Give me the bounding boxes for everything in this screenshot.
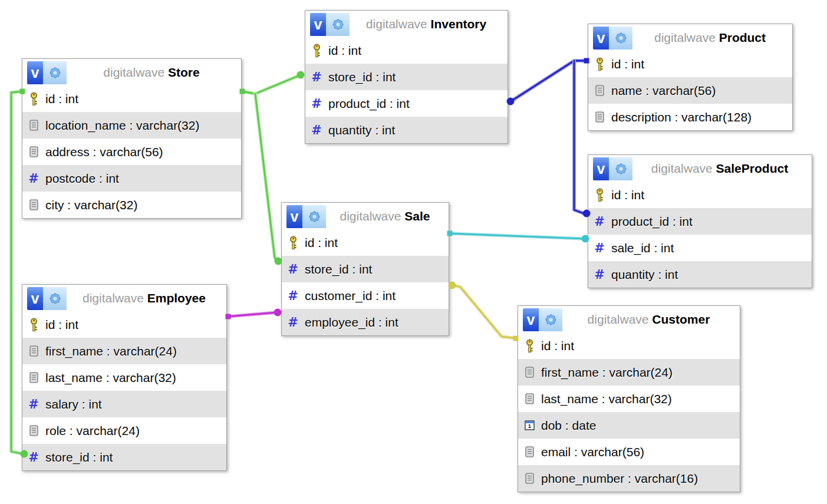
entity-table-employee[interactable]: vdigitalwave Employeeid : intfirst_name …: [22, 284, 227, 471]
table-header[interactable]: vdigitalwave Sale: [282, 203, 449, 229]
field-text: location_name : varchar(32): [45, 118, 199, 133]
table-name: Employee: [147, 291, 206, 305]
date-icon: 1: [523, 420, 535, 430]
gear-icon[interactable]: [302, 205, 326, 228]
text-icon: [594, 85, 605, 96]
entity-table-product[interactable]: vdigitalwave Productid : intname : varch…: [588, 24, 793, 131]
field-row-email[interactable]: email : varchar(56): [518, 439, 740, 465]
field-row-description[interactable]: description : varchar(128): [588, 104, 792, 130]
field-text: id : int: [45, 92, 78, 106]
field-text: last_name : varchar(32): [541, 392, 672, 406]
primary-key-icon: [523, 339, 535, 353]
field-text: id : int: [611, 188, 644, 202]
table-header[interactable]: vdigitalwave Store: [22, 59, 241, 85]
field-row-last_name[interactable]: last_name : varchar(32): [518, 386, 740, 412]
field-row-id[interactable]: id : int: [588, 182, 812, 208]
text-icon: [28, 425, 39, 436]
field-text: sale_id : int: [611, 241, 674, 255]
numeric-icon: #: [594, 241, 605, 255]
field-row-sale_id[interactable]: #sale_id : int: [588, 235, 812, 261]
field-row-id[interactable]: id : int: [22, 85, 241, 112]
field-row-postcode[interactable]: #postcode : int: [22, 165, 241, 192]
numeric-icon: #: [594, 215, 605, 229]
schema-name: digitalwave: [340, 209, 401, 223]
field-row-id[interactable]: id : int: [22, 311, 226, 338]
field-row-first_name[interactable]: first_name : varchar(24): [518, 359, 740, 386]
primary-key-icon: [311, 44, 322, 58]
table-header[interactable]: vdigitalwave Customer: [518, 306, 740, 332]
field-row-dob[interactable]: 1dob : date: [518, 412, 740, 439]
numeric-icon: #: [28, 450, 39, 465]
gear-icon[interactable]: [43, 61, 67, 84]
field-row-product_id[interactable]: #product_id : int: [588, 208, 812, 235]
field-text: customer_id : int: [305, 289, 396, 303]
field-text: id : int: [305, 236, 338, 250]
field-row-first_name[interactable]: first_name : varchar(24): [22, 338, 226, 364]
field-row-salary[interactable]: #salary : int: [22, 391, 226, 417]
field-row-name[interactable]: name : varchar(56): [588, 77, 792, 104]
primary-key-icon: [287, 236, 299, 250]
field-row-location_name[interactable]: location_name : varchar(32): [22, 112, 241, 139]
gear-icon[interactable]: [43, 287, 67, 310]
table-name: Store: [168, 65, 200, 79]
field-text: address : varchar(56): [45, 145, 163, 159]
gear-icon[interactable]: [609, 157, 632, 180]
entity-table-saleproduct[interactable]: vdigitalwave SaleProductid : int#product…: [588, 154, 812, 288]
field-row-id[interactable]: id : int: [282, 229, 449, 256]
field-text: id : int: [45, 318, 78, 332]
schema-name: digitalwave: [588, 312, 649, 326]
numeric-icon: #: [287, 315, 299, 330]
field-text: first_name : varchar(24): [541, 365, 673, 380]
field-row-product_id[interactable]: #product_id : int: [305, 90, 508, 117]
field-row-employee_id[interactable]: #employee_id : int: [282, 309, 449, 335]
entity-table-store[interactable]: vdigitalwave Storeid : intlocation_name …: [22, 58, 242, 219]
numeric-icon: #: [311, 70, 322, 84]
field-row-role[interactable]: role : varchar(24): [22, 417, 226, 444]
field-row-last_name[interactable]: last_name : varchar(32): [22, 364, 226, 391]
table-header[interactable]: vdigitalwave Employee: [22, 285, 226, 311]
schema-name: digitalwave: [103, 65, 164, 79]
table-title: digitalwave Inventory: [350, 17, 503, 31]
field-row-customer_id[interactable]: #customer_id : int: [282, 282, 449, 309]
gear-icon[interactable]: [539, 308, 562, 331]
schema-name: digitalwave: [83, 291, 144, 305]
text-icon: [523, 446, 535, 457]
entity-table-inventory[interactable]: vdigitalwave Inventoryid : int#store_id …: [305, 10, 508, 144]
text-icon: [28, 199, 39, 210]
gear-icon[interactable]: [326, 13, 350, 36]
field-row-store_id[interactable]: #store_id : int: [22, 444, 226, 470]
field-text: quantity : int: [611, 268, 678, 282]
field-text: product_id : int: [328, 97, 410, 111]
schema-name: digitalwave: [654, 31, 716, 44]
table-name: Customer: [652, 312, 710, 326]
primary-key-icon: [28, 92, 39, 106]
table-title: digitalwave Employee: [67, 291, 222, 305]
field-row-id[interactable]: id : int: [518, 332, 740, 359]
field-row-id[interactable]: id : int: [305, 37, 508, 64]
entity-table-sale[interactable]: vdigitalwave Saleid : int#store_id : int…: [281, 202, 449, 336]
field-row-store_id[interactable]: #store_id : int: [282, 256, 449, 282]
numeric-icon: #: [311, 97, 322, 111]
gear-icon[interactable]: [609, 27, 632, 50]
primary-key-icon: [594, 188, 605, 202]
field-row-store_id[interactable]: #store_id : int: [305, 64, 508, 90]
table-title: digitalwave Sale: [326, 209, 444, 223]
table-header[interactable]: vdigitalwave Product: [588, 24, 792, 51]
field-row-city[interactable]: city : varchar(32): [22, 192, 241, 218]
field-text: product_id : int: [611, 215, 693, 229]
table-header[interactable]: vdigitalwave SaleProduct: [588, 155, 812, 182]
field-row-quantity[interactable]: #quantity : int: [588, 261, 812, 288]
field-row-quantity[interactable]: #quantity : int: [305, 117, 508, 143]
field-row-phone_number[interactable]: phone_number : varchar(16): [518, 465, 740, 492]
entity-table-customer[interactable]: vdigitalwave Customerid : intfirst_name …: [518, 305, 740, 492]
field-text: name : varchar(56): [611, 84, 716, 98]
field-row-address[interactable]: address : varchar(56): [22, 139, 241, 165]
field-text: salary : int: [45, 397, 102, 411]
view-badge-icon: v: [286, 205, 302, 228]
table-header[interactable]: vdigitalwave Inventory: [305, 11, 508, 37]
table-name: SaleProduct: [716, 162, 789, 175]
field-row-id[interactable]: id : int: [588, 51, 792, 77]
field-text: id : int: [541, 339, 574, 353]
svg-text:1: 1: [528, 423, 531, 429]
schema-name: digitalwave: [366, 17, 427, 31]
